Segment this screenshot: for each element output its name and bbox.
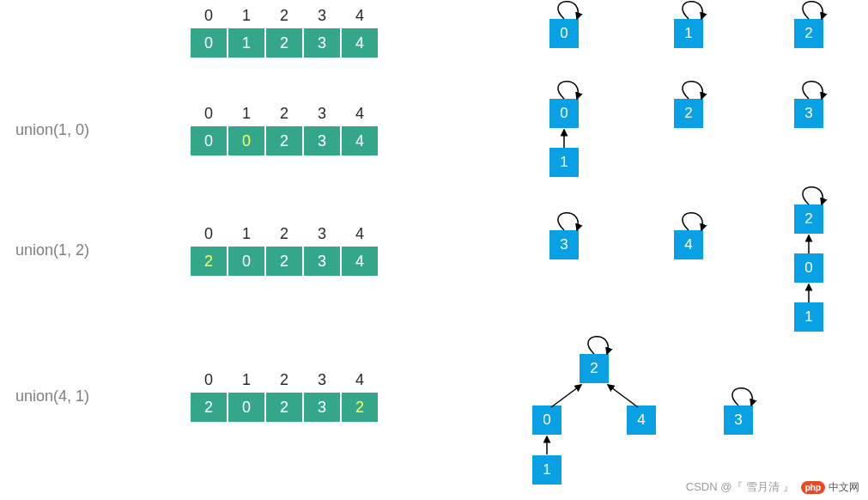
array-0: 0 1 2 3 4 0 1 2 3 4: [189, 5, 379, 59]
node-r3-right: 4: [627, 405, 656, 435]
arrow-icon: [543, 435, 551, 456]
node-r0-2: 2: [794, 19, 823, 48]
svg-line-4: [608, 385, 638, 407]
node-r2-stack-2: 2: [794, 204, 823, 234]
node-r2-stack-1: 1: [794, 302, 823, 332]
node-r2-stack-0: 0: [794, 253, 823, 283]
svg-line-3: [551, 385, 581, 407]
csdn-credit: CSDN @『 雪月清 』: [686, 479, 794, 495]
tree-area: 0 1 2 0 1 2 3 3 4 2 0 1: [481, 0, 859, 500]
array-2: 0 1 2 3 4 2 0 2 3 4: [189, 223, 379, 277]
value-row: 0 1 2 3 4: [190, 27, 379, 58]
index-row: 0 1 2 3 4: [190, 5, 379, 27]
op-label-1: union(1, 0): [0, 121, 120, 139]
node-r1-root: 0: [549, 99, 579, 128]
arrow-icon: [560, 128, 568, 149]
node-r0-0: 0: [549, 19, 579, 48]
node-r1-other-3: 3: [794, 99, 823, 128]
op-label-3: union(4, 1): [0, 387, 120, 405]
node-r3-leftchild: 1: [532, 455, 561, 485]
node-r2-other-3: 3: [549, 230, 579, 259]
op-label-2: union(1, 2): [0, 241, 120, 259]
node-r1-child: 1: [549, 148, 579, 177]
node-r0-1: 1: [674, 19, 703, 48]
node-r1-other-2: 2: [674, 99, 703, 128]
watermark: CSDN @『 雪月清 』 php 中文网: [686, 479, 859, 495]
php-text: 中文网: [829, 480, 859, 495]
array-3: 0 1 2 3 4 2 0 2 3 2: [189, 369, 379, 424]
node-r3-other-3: 3: [724, 405, 753, 435]
php-badge: php 中文网: [801, 480, 859, 495]
node-r3-left: 0: [532, 405, 561, 435]
arrow-icon: [804, 283, 813, 304]
php-pill: php: [801, 481, 825, 494]
array-1: 0 1 2 3 4 0 0 2 3 4: [189, 103, 379, 157]
arrow-icon: [804, 234, 813, 255]
node-r2-other-4: 4: [674, 230, 703, 259]
node-r3-root: 2: [580, 354, 609, 383]
